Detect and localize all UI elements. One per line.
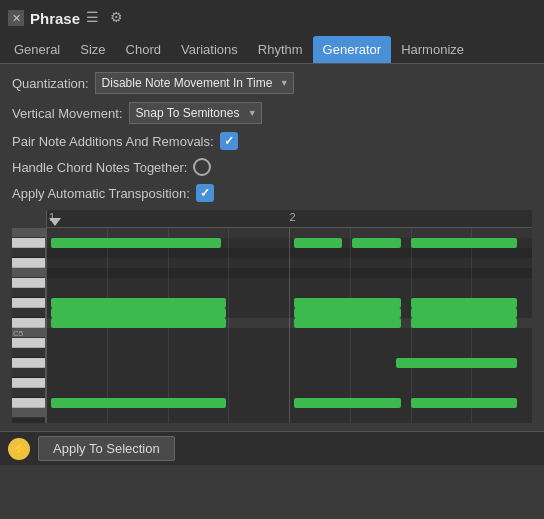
piano-keys: C5 xyxy=(12,228,46,423)
quantization-select-wrapper: Disable Note Movement In Time xyxy=(95,72,294,94)
note-block xyxy=(51,238,221,248)
note-block xyxy=(294,298,401,308)
note-block xyxy=(51,318,226,328)
note-block xyxy=(411,238,518,248)
tab-chord[interactable]: Chord xyxy=(116,36,171,63)
quantization-label: Quantization: xyxy=(12,76,89,91)
vertical-movement-row: Vertical Movement: Snap To Semitones xyxy=(12,102,532,124)
beat-marker-2: 2 xyxy=(290,211,296,223)
quantization-row: Quantization: Disable Note Movement In T… xyxy=(12,72,532,94)
window-title: Phrase xyxy=(30,10,80,27)
tab-generator[interactable]: Generator xyxy=(313,36,392,63)
note-block xyxy=(294,318,401,328)
note-block xyxy=(294,238,343,248)
handle-chord-row: Handle Chord Notes Together: xyxy=(12,158,532,176)
note-block xyxy=(294,398,401,408)
note-block xyxy=(411,318,518,328)
title-bar: ✕ Phrase ☰ ⚙ xyxy=(0,0,544,36)
tab-rhythm[interactable]: Rhythm xyxy=(248,36,313,63)
apply-transposition-label: Apply Automatic Transposition: xyxy=(12,186,190,201)
note-block xyxy=(51,308,226,318)
pair-note-label: Pair Note Additions And Removals: xyxy=(12,134,214,149)
note-grid[interactable] xyxy=(46,228,532,423)
playhead-marker xyxy=(49,218,61,226)
piano-roll-body: C5 xyxy=(12,228,532,423)
content-area: Quantization: Disable Note Movement In T… xyxy=(0,64,544,431)
piano-roll: 1 2 xyxy=(12,210,532,423)
nav-tabs: General Size Chord Variations Rhythm Gen… xyxy=(0,36,544,64)
note-block xyxy=(411,398,518,408)
pair-note-checkbox[interactable] xyxy=(220,132,238,150)
tab-size[interactable]: Size xyxy=(70,36,115,63)
note-block xyxy=(51,298,226,308)
handle-chord-label: Handle Chord Notes Together: xyxy=(12,160,187,175)
gear-icon[interactable]: ⚙ xyxy=(110,9,128,27)
apply-transposition-row: Apply Automatic Transposition: xyxy=(12,184,532,202)
list-icon[interactable]: ☰ xyxy=(86,9,104,27)
close-button[interactable]: ✕ xyxy=(8,10,24,26)
note-block xyxy=(411,308,518,318)
piano-roll-header: 1 2 xyxy=(46,210,532,228)
pair-note-row: Pair Note Additions And Removals: xyxy=(12,132,532,150)
tab-harmonize[interactable]: Harmonize xyxy=(391,36,474,63)
note-block xyxy=(51,398,226,408)
quantization-select[interactable]: Disable Note Movement In Time xyxy=(95,72,294,94)
handle-chord-checkbox[interactable] xyxy=(193,158,211,176)
c5-label: C5 xyxy=(13,329,23,338)
note-block xyxy=(396,358,518,368)
tab-general[interactable]: General xyxy=(4,36,70,63)
apply-bar: ⚡ Apply To Selection xyxy=(0,431,544,465)
vertical-movement-select[interactable]: Snap To Semitones xyxy=(129,102,262,124)
note-block xyxy=(352,238,401,248)
vertical-movement-label: Vertical Movement: xyxy=(12,106,123,121)
apply-to-selection-button[interactable]: Apply To Selection xyxy=(38,436,175,461)
lightning-icon: ⚡ xyxy=(8,438,30,460)
note-block xyxy=(294,308,401,318)
tab-variations[interactable]: Variations xyxy=(171,36,248,63)
apply-transposition-checkbox[interactable] xyxy=(196,184,214,202)
note-block xyxy=(411,298,518,308)
vertical-movement-select-wrapper: Snap To Semitones xyxy=(129,102,262,124)
